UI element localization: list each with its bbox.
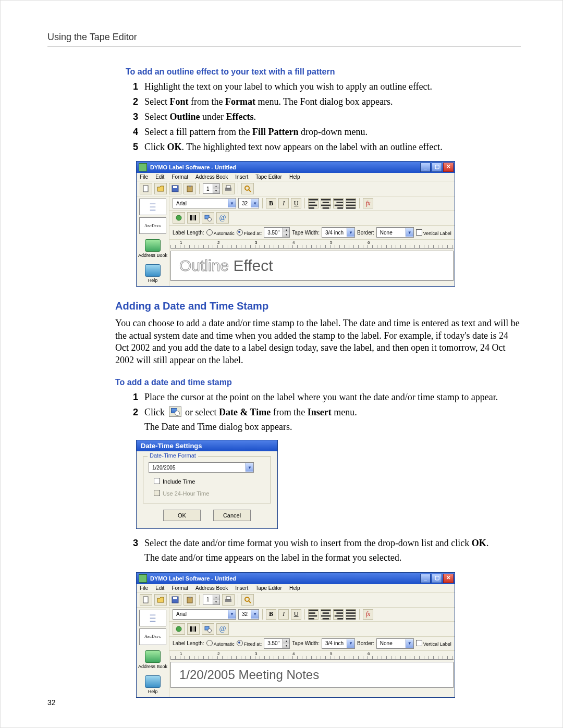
font-size-dropdown[interactable]: 32▼ [238, 609, 259, 620]
copies-spinner[interactable]: 1▴▾ [203, 183, 220, 194]
menu-item[interactable]: Format [172, 585, 188, 591]
menu-item[interactable]: File [140, 585, 148, 591]
border-dropdown[interactable]: None▼ [376, 638, 414, 649]
chevron-down-icon[interactable]: ▼ [228, 199, 236, 207]
maximize-button[interactable]: ▢ [432, 574, 442, 583]
align-left-button[interactable] [308, 609, 319, 620]
menu-item[interactable]: Address Book [195, 174, 228, 180]
chevron-down-icon[interactable]: ▼ [228, 610, 236, 619]
new-button[interactable] [140, 594, 152, 606]
radio-automatic[interactable]: Automatic [206, 229, 235, 236]
radio-automatic[interactable]: Automatic [206, 640, 235, 647]
bold-button[interactable]: B [266, 198, 276, 208]
sidebar-tile[interactable]: ═════════ [139, 610, 166, 626]
paste-button[interactable] [183, 183, 196, 194]
checkbox-vertical-label[interactable]: Vertical Label [416, 640, 451, 647]
menu-item[interactable]: Address Book [195, 585, 228, 591]
help-icon[interactable] [145, 264, 161, 277]
date-format-dropdown[interactable]: 1/20/2005 ▼ [149, 462, 254, 473]
align-justify-button[interactable] [346, 609, 356, 620]
align-justify-button[interactable] [346, 198, 356, 208]
chevron-down-icon[interactable]: ▼ [347, 228, 354, 237]
menu-item[interactable]: Tape Editor [255, 174, 282, 180]
effects-button[interactable]: fx [363, 609, 373, 620]
help-icon[interactable] [145, 675, 161, 688]
menu-item[interactable]: Help [289, 585, 300, 591]
align-left-button[interactable] [308, 198, 319, 208]
checkbox-icon[interactable] [154, 478, 160, 484]
insert-special-button[interactable]: @ [216, 212, 229, 224]
font-family-dropdown[interactable]: Arial▼ [173, 198, 236, 208]
chevron-down-icon[interactable]: ▼ [347, 639, 354, 648]
minimize-button[interactable]: _ [420, 163, 431, 172]
menu-item[interactable]: Help [289, 174, 300, 180]
insert-datetime-button[interactable] [202, 623, 214, 635]
radio-fixed[interactable]: Fixed at: [237, 229, 262, 236]
open-button[interactable] [154, 183, 167, 194]
paste-button[interactable] [183, 594, 196, 606]
insert-barcode-button[interactable] [187, 212, 200, 224]
maximize-button[interactable]: ▢ [432, 163, 442, 172]
print-button[interactable] [222, 594, 235, 606]
insert-symbol-button[interactable] [173, 212, 185, 224]
label-canvas[interactable]: 1/20/2005 Meeting Notes [170, 662, 454, 688]
align-right-button[interactable] [333, 609, 344, 620]
underline-button[interactable]: U [291, 609, 301, 620]
fixed-length-spinner[interactable]: 3.50"▴▾ [264, 638, 290, 649]
chevron-down-icon[interactable]: ▼ [406, 639, 413, 648]
menu-item[interactable]: File [140, 174, 148, 180]
effects-button[interactable]: fx [363, 198, 373, 208]
align-right-button[interactable] [333, 198, 344, 208]
copies-spinner[interactable]: 1▴▾ [203, 595, 220, 605]
zoom-button[interactable] [241, 594, 254, 606]
label-canvas[interactable]: Outline Effect [170, 251, 454, 281]
insert-barcode-button[interactable] [187, 623, 200, 635]
menu-item[interactable]: Insert [235, 585, 248, 591]
menu-item[interactable]: Insert [235, 174, 248, 180]
insert-special-button[interactable]: @ [216, 623, 229, 635]
chevron-down-icon[interactable]: ▼ [251, 199, 259, 207]
save-button[interactable] [169, 183, 181, 194]
menu-item[interactable]: Tape Editor [255, 585, 282, 591]
print-button[interactable] [222, 183, 235, 194]
menu-item[interactable]: Edit [155, 585, 164, 591]
italic-button[interactable]: I [278, 198, 289, 208]
border-dropdown[interactable]: None▼ [376, 227, 414, 238]
sidebar-tile[interactable]: ═════════ [139, 199, 166, 215]
chevron-down-icon[interactable]: ▼ [246, 463, 253, 472]
close-button[interactable]: ✕ [443, 163, 454, 172]
svg-rect-22 [346, 202, 356, 203]
close-button[interactable]: ✕ [443, 574, 454, 583]
new-button[interactable] [140, 183, 152, 194]
open-button[interactable] [154, 594, 167, 606]
address-book-icon[interactable] [145, 650, 161, 663]
sidebar-tile[interactable]: ABCDEFG [139, 217, 166, 234]
font-size-dropdown[interactable]: 32▼ [238, 198, 259, 208]
menu-item[interactable]: Edit [155, 174, 164, 180]
svg-rect-23 [346, 204, 356, 206]
tape-width-dropdown[interactable]: 3/4 inch▼ [322, 638, 355, 649]
chevron-down-icon[interactable]: ▼ [406, 228, 413, 237]
minimize-button[interactable]: _ [420, 574, 431, 583]
radio-fixed[interactable]: Fixed at: [237, 640, 262, 647]
fixed-length-spinner[interactable]: 3.50"▴▾ [264, 227, 290, 238]
tape-width-dropdown[interactable]: 3/4 inch▼ [322, 227, 355, 238]
save-button[interactable] [169, 594, 181, 606]
align-center-button[interactable] [321, 198, 331, 208]
font-family-dropdown[interactable]: Arial▼ [173, 609, 236, 620]
address-book-icon[interactable] [145, 239, 161, 252]
chevron-down-icon[interactable]: ▼ [251, 610, 259, 619]
zoom-button[interactable] [241, 183, 254, 194]
cancel-button[interactable]: Cancel [213, 510, 251, 521]
menu-item[interactable]: Format [172, 174, 188, 180]
ok-button[interactable]: OK [163, 510, 201, 521]
checkbox-include-time[interactable]: Include Time [154, 478, 265, 485]
sidebar-tile[interactable]: ABCDEFG [139, 628, 166, 645]
insert-datetime-button[interactable] [202, 212, 214, 224]
underline-button[interactable]: U [291, 198, 301, 208]
insert-symbol-button[interactable] [173, 623, 185, 635]
checkbox-vertical-label[interactable]: Vertical Label [416, 229, 451, 236]
italic-button[interactable]: I [278, 609, 289, 620]
bold-button[interactable]: B [266, 609, 276, 620]
align-center-button[interactable] [321, 609, 331, 620]
